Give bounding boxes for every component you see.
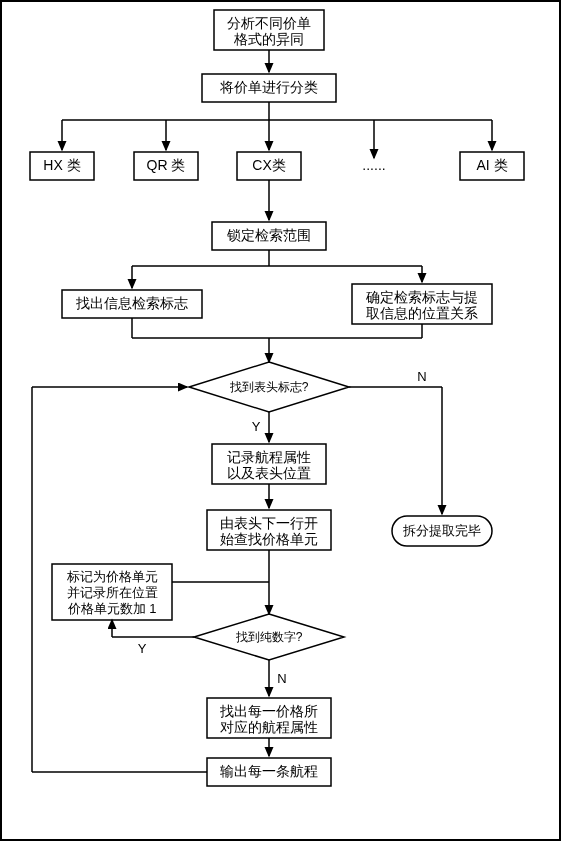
node-hx-text: HX 类: [43, 157, 80, 173]
node-match-attr-text2: 对应的航程属性: [220, 719, 318, 735]
node-mark-price-text1: 标记为价格单元: [66, 569, 158, 584]
flowchart-frame: 分析不同价单 格式的异同 将价单进行分类 HX 类 QR 类 CX类 .....…: [0, 0, 561, 841]
label-n2: N: [277, 671, 286, 686]
node-mark-price-text3: 价格单元数加 1: [67, 601, 157, 616]
node-lock-scope-text: 锁定检索范围: [226, 227, 311, 243]
node-cx-text: CX类: [252, 157, 285, 173]
node-output-route-text: 输出每一条航程: [220, 763, 318, 779]
node-mark-price-text2: 并记录所在位置: [67, 585, 158, 600]
ellipsis: ......: [362, 157, 385, 173]
node-record-header-text2: 以及表头位置: [227, 465, 311, 481]
node-relation-text2: 取信息的位置关系: [366, 305, 478, 321]
label-y1: Y: [252, 419, 261, 434]
node-qr-text: QR 类: [147, 157, 186, 173]
label-y2: Y: [138, 641, 147, 656]
node-ai-text: AI 类: [476, 157, 507, 173]
label-n1: N: [417, 369, 426, 384]
node-find-price-cell-text2: 始查找价格单元: [220, 531, 318, 547]
node-find-marker-text: 找出信息检索标志: [75, 295, 188, 311]
decision-header-found-text: 找到表头标志?: [229, 380, 309, 394]
node-record-header-text1: 记录航程属性: [227, 449, 311, 465]
node-analyze-formats-text1: 分析不同价单: [227, 15, 311, 31]
decision-pure-number-text: 找到纯数字?: [235, 630, 303, 644]
flowchart-svg: 分析不同价单 格式的异同 将价单进行分类 HX 类 QR 类 CX类 .....…: [2, 2, 559, 839]
node-classify-text: 将价单进行分类: [219, 79, 318, 95]
node-relation-text1: 确定检索标志与提: [365, 289, 478, 305]
node-analyze-formats-text2: 格式的异同: [233, 31, 304, 47]
node-match-attr-text1: 找出每一价格所: [219, 703, 318, 719]
terminator-done-text: 拆分提取完毕: [402, 523, 481, 538]
node-find-price-cell-text1: 由表头下一行开: [220, 515, 318, 531]
